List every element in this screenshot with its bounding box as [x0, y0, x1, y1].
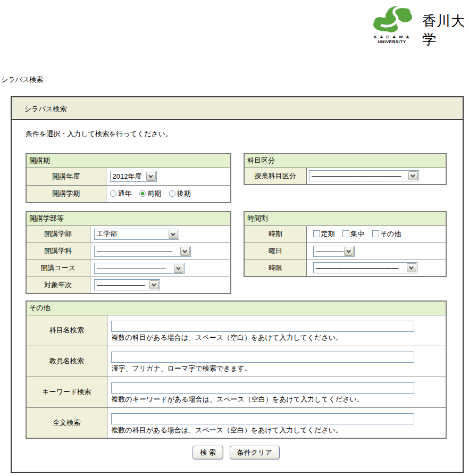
zenbun-input[interactable]: [111, 413, 414, 424]
nenji-select[interactable]: ―――――――: [94, 279, 160, 290]
kaikouki-table: 開講期 開講年度 2012年度 開講学期 通年 前期 後期: [26, 153, 231, 203]
jikanwari-table: 時間割 時期 定期 集中 その他 曜日 ――――: [244, 211, 447, 277]
jigen-select[interactable]: ――――――――――――: [313, 262, 417, 273]
radio-icon[interactable]: [169, 190, 175, 197]
kamokumei-input[interactable]: [111, 321, 414, 332]
kamokumei-label: 科目名検索: [26, 315, 107, 346]
radio-zenki[interactable]: 前期: [139, 189, 161, 197]
chevron-down-icon[interactable]: [408, 171, 418, 180]
checkbox-icon[interactable]: [342, 230, 349, 237]
gakka-label: 開講学科: [26, 243, 90, 260]
instruction-text: 条件を選択・入力して検索を行ってください。: [26, 129, 463, 139]
checkbox-teiki[interactable]: 定期: [313, 230, 335, 238]
gakubu-table: 開講学部等 開講学部 工学部 開講学科 ―――――――――――: [26, 211, 231, 294]
jiki-label: 時期: [244, 226, 306, 243]
keyword-label: キーワード検索: [26, 377, 107, 407]
chevron-down-icon[interactable]: [180, 247, 190, 256]
checkbox-icon[interactable]: [372, 230, 379, 237]
chevron-down-icon[interactable]: [174, 264, 183, 273]
gakka-select[interactable]: ―――――――――――: [94, 246, 191, 257]
kamokumei-hint: 複数の科目がある場合は、スペース（空白）をあけて入力してください。: [112, 333, 446, 343]
logo-kanji-text: 香川大学: [422, 12, 469, 49]
radio-kouki[interactable]: 後期: [169, 189, 191, 197]
checkbox-sonota[interactable]: その他: [372, 230, 401, 238]
zenbun-label: 全文検索: [26, 407, 107, 438]
chevron-down-icon[interactable]: [149, 280, 159, 289]
radio-tsuunen[interactable]: 通年: [110, 189, 132, 197]
gakubu-label: 開講学部: [26, 226, 90, 243]
chevron-down-icon[interactable]: [169, 230, 178, 239]
youbi-select[interactable]: ――――: [313, 246, 355, 257]
jigen-label: 時限: [244, 260, 306, 277]
radio-checked-icon[interactable]: [139, 190, 146, 197]
kaikouki-section-title: 開講期: [26, 154, 231, 168]
jugyou-kamoku-label: 授業科目区分: [244, 168, 306, 185]
gakubu-section-title: 開講学部等: [26, 212, 231, 226]
kyoinmei-input[interactable]: [111, 352, 414, 363]
university-logo: K A G A W A UNIVERSITY 香川大学: [371, 4, 469, 49]
keyword-input[interactable]: [111, 382, 414, 394]
kagawa-logo-icon: [371, 4, 413, 35]
logo-english-line2: UNIVERSITY: [378, 39, 406, 44]
search-button[interactable]: 検 索: [192, 446, 223, 460]
keyword-hint: 複数のキーワードがある場合は、スペース（空白）をあけて入力してください。: [112, 395, 446, 404]
nendo-select[interactable]: 2012年度: [110, 171, 157, 182]
sonota-table: その他 科目名検索 複数の科目がある場合は、スペース（空白）をあけて入力してくだ…: [26, 300, 447, 439]
kamoku-table: 科目区分 授業科目区分 ―――――――――――――: [244, 153, 447, 185]
chevron-down-icon[interactable]: [344, 247, 354, 256]
chevron-down-icon[interactable]: [407, 263, 416, 272]
clear-button[interactable]: 条件クリア: [230, 446, 280, 460]
radio-icon[interactable]: [110, 190, 116, 197]
sonota-section-title: その他: [26, 301, 446, 315]
checkbox-shuchu[interactable]: 集中: [342, 230, 364, 238]
nenji-label: 対象年次: [26, 277, 90, 294]
chevron-down-icon[interactable]: [146, 172, 156, 181]
course-select[interactable]: ――――――――――: [94, 263, 185, 274]
youbi-label: 曜日: [244, 243, 306, 260]
course-label: 開講コース: [26, 260, 90, 277]
gakki-label: 開講学期: [26, 185, 106, 203]
jugyou-kamoku-select[interactable]: ―――――――――――――: [309, 170, 419, 181]
kamoku-section-title: 科目区分: [244, 154, 446, 168]
logo-english-line1: K A G A W A: [374, 35, 411, 39]
kyoinmei-hint: 漢字、フリガナ、ローマ字で検索できます。: [112, 364, 446, 373]
panel-header: シラバス検索: [12, 97, 463, 120]
page-title: シラバス検索: [1, 75, 43, 85]
zenbun-hint: 複数の科目がある場合は、スペース（空白）をあけて入力してください。: [112, 425, 446, 435]
jikanwari-section-title: 時間割: [244, 212, 446, 226]
checkbox-icon[interactable]: [313, 230, 320, 237]
nendo-label: 開講年度: [26, 168, 106, 185]
kyoinmei-label: 教員名検索: [26, 346, 107, 377]
gakubu-select[interactable]: 工学部: [94, 229, 179, 240]
syllabus-search-panel: シラバス検索 条件を選択・入力して検索を行ってください。 開講期 開講年度 20…: [11, 96, 464, 473]
